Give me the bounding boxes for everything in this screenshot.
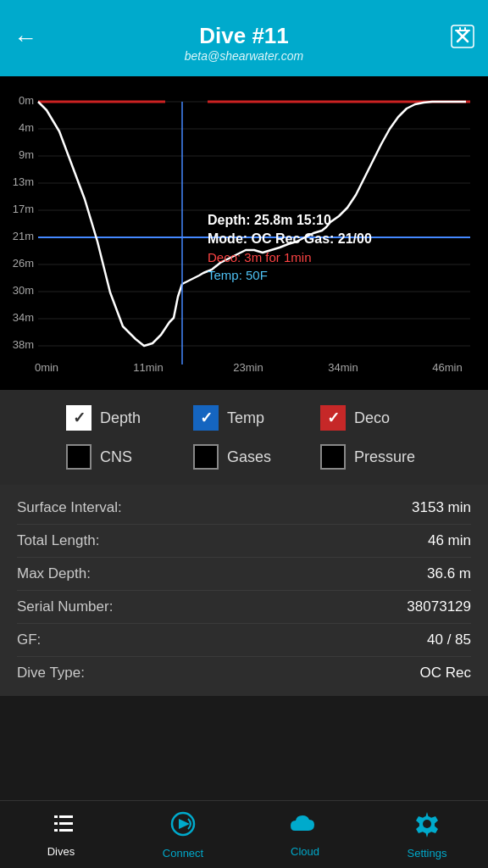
stat-surface-interval: Surface Interval: 3153 min: [17, 492, 471, 525]
nav-cloud[interactable]: Cloud: [244, 801, 366, 868]
svg-text:17m: 17m: [13, 203, 34, 215]
stat-dive-type: Dive Type: OC Rec: [17, 657, 471, 689]
deco-checkbox-box[interactable]: ✓: [320, 405, 346, 431]
svg-text:Temp: 50F: Temp: 50F: [208, 268, 268, 282]
svg-rect-40: [59, 815, 73, 818]
svg-rect-43: [54, 829, 58, 832]
surface-interval-label: Surface Interval:: [17, 499, 122, 516]
svg-rect-42: [59, 822, 73, 825]
dive-stats: Surface Interval: 3153 min Total Length:…: [0, 485, 488, 696]
checkbox-row-2: CNS Gases Pressure: [0, 437, 488, 476]
dive-chart: 0m 4m 9m 13m 17m 21m 26m 30m 34m 38m 0mi…: [0, 76, 488, 390]
nav-settings[interactable]: Settings: [366, 801, 488, 868]
dives-label: Dives: [47, 845, 75, 858]
serial-number-value: 38073129: [407, 598, 471, 615]
depth-label: Depth: [100, 409, 168, 427]
svg-text:13m: 13m: [13, 175, 34, 188]
connect-icon: [169, 810, 197, 843]
svg-rect-44: [59, 829, 73, 832]
stat-max-depth: Max Depth: 36.6 m: [17, 558, 471, 591]
svg-text:0min: 0min: [35, 361, 58, 374]
svg-text:23min: 23min: [233, 361, 263, 374]
svg-text:Mode: OC Rec  Gas: 21/00: Mode: OC Rec Gas: 21/00: [208, 231, 372, 246]
stat-total-length: Total Length: 46 min: [17, 525, 471, 558]
svg-text:Deco: 3m for 1min: Deco: 3m for 1min: [208, 250, 312, 264]
checkbox-gases[interactable]: Gases: [193, 444, 295, 470]
dive-type-label: Dive Type:: [17, 665, 85, 682]
depth-checkbox-box[interactable]: ✓: [66, 405, 92, 431]
max-depth-value: 36.6 m: [427, 565, 471, 582]
settings-icon: [413, 810, 441, 843]
app-header: ← Dive #11 beta@shearwater.com: [0, 0, 488, 76]
svg-text:21m: 21m: [13, 230, 34, 242]
svg-text:4m: 4m: [19, 121, 34, 134]
cns-label: CNS: [100, 448, 168, 466]
total-length-value: 46 min: [428, 532, 471, 549]
header-subtitle: beta@shearwater.com: [185, 49, 304, 63]
cloud-label: Cloud: [291, 845, 319, 858]
svg-text:9m: 9m: [19, 148, 34, 161]
checkbox-row-1: ✓ Depth ✓ Temp ✓ Deco: [0, 398, 488, 437]
page-title: Dive #11: [199, 23, 289, 49]
serial-number-label: Serial Number:: [17, 598, 113, 615]
cns-checkbox-box[interactable]: [66, 444, 92, 470]
checkbox-deco[interactable]: ✓ Deco: [320, 405, 422, 431]
nav-dives[interactable]: Dives: [0, 801, 122, 868]
max-depth-label: Max Depth:: [17, 565, 91, 582]
nav-connect[interactable]: Connect: [122, 801, 244, 868]
pressure-label: Pressure: [354, 448, 422, 466]
gases-checkbox-box[interactable]: [193, 444, 219, 470]
svg-text:38m: 38m: [13, 338, 34, 351]
connect-label: Connect: [163, 847, 203, 860]
total-length-label: Total Length:: [17, 532, 99, 549]
bottom-navigation: Dives Connect Cloud Settings: [0, 800, 488, 868]
svg-text:11min: 11min: [133, 361, 163, 374]
cloud-icon: [288, 812, 322, 842]
gf-value: 40 / 85: [427, 632, 471, 648]
svg-text:30m: 30m: [13, 284, 34, 297]
svg-text:46min: 46min: [432, 361, 462, 374]
dives-icon: [47, 812, 75, 842]
svg-text:Depth: 25.8m    15:10: Depth: 25.8m 15:10: [208, 213, 331, 227]
gases-label: Gases: [227, 448, 295, 466]
depth-checkmark: ✓: [73, 410, 86, 426]
svg-rect-39: [54, 815, 58, 818]
deco-label: Deco: [354, 409, 422, 427]
temp-checkbox-box[interactable]: ✓: [193, 405, 219, 431]
checkbox-cns[interactable]: CNS: [66, 444, 168, 470]
svg-point-48: [423, 820, 431, 828]
filter-checkboxes: ✓ Depth ✓ Temp ✓ Deco CNS Gases Pres: [0, 390, 488, 485]
checkbox-depth[interactable]: ✓ Depth: [66, 405, 168, 431]
temp-label: Temp: [227, 409, 295, 427]
settings-label: Settings: [408, 847, 447, 860]
svg-text:26m: 26m: [13, 257, 34, 270]
back-button[interactable]: ←: [14, 25, 37, 52]
dive-type-value: OC Rec: [420, 665, 471, 682]
delete-button[interactable]: [451, 25, 474, 52]
svg-rect-41: [54, 822, 58, 825]
svg-marker-46: [179, 819, 190, 829]
temp-checkmark: ✓: [200, 410, 213, 426]
surface-interval-value: 3153 min: [412, 499, 471, 516]
stat-serial-number: Serial Number: 38073129: [17, 591, 471, 624]
svg-text:0m: 0m: [19, 94, 34, 107]
stat-gf: GF: 40 / 85: [17, 624, 471, 657]
checkbox-pressure[interactable]: Pressure: [320, 444, 422, 470]
gf-label: GF:: [17, 632, 41, 648]
checkbox-temp[interactable]: ✓ Temp: [193, 405, 295, 431]
pressure-checkbox-box[interactable]: [320, 444, 346, 470]
svg-text:34m: 34m: [13, 311, 34, 324]
deco-checkmark: ✓: [327, 410, 340, 426]
svg-text:34min: 34min: [328, 361, 358, 374]
